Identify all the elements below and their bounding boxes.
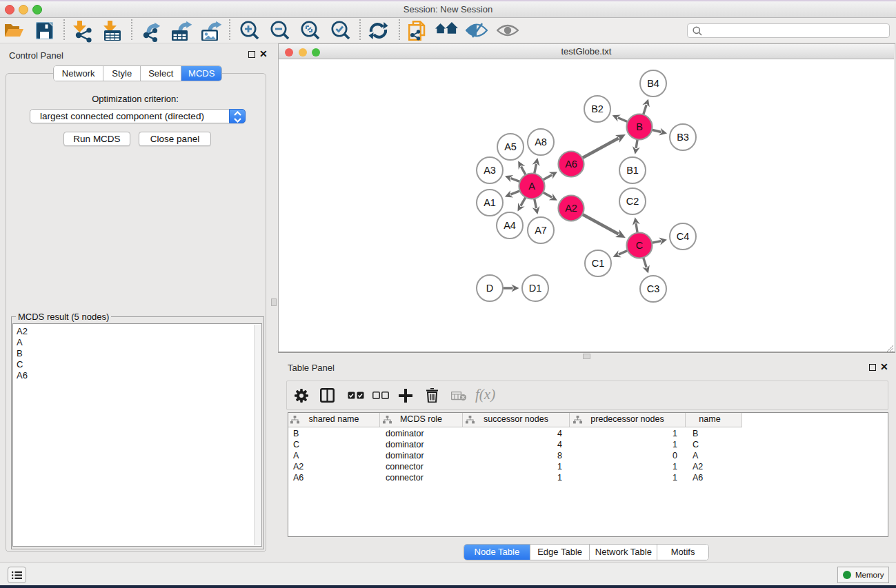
svg-text:B3: B3 bbox=[677, 132, 689, 143]
svg-text:A5: A5 bbox=[504, 141, 517, 152]
svg-text:C2: C2 bbox=[626, 196, 639, 207]
svg-text:A1: A1 bbox=[484, 197, 496, 208]
svg-text:A: A bbox=[528, 181, 535, 192]
svg-text:A3: A3 bbox=[484, 165, 496, 176]
svg-text:C1: C1 bbox=[592, 258, 605, 269]
svg-text:D: D bbox=[486, 283, 493, 294]
svg-text:C4: C4 bbox=[677, 231, 690, 242]
svg-text:A4: A4 bbox=[504, 220, 516, 231]
svg-text:C3: C3 bbox=[647, 283, 660, 294]
svg-text:B4: B4 bbox=[647, 78, 659, 89]
svg-text:A8: A8 bbox=[535, 136, 547, 148]
svg-text:B2: B2 bbox=[591, 103, 604, 114]
svg-text:B: B bbox=[636, 121, 643, 132]
svg-text:A7: A7 bbox=[535, 225, 547, 236]
svg-text:A2: A2 bbox=[565, 203, 577, 214]
svg-text:B1: B1 bbox=[626, 165, 639, 176]
svg-text:C: C bbox=[636, 240, 643, 251]
svg-text:D1: D1 bbox=[529, 283, 542, 294]
svg-text:A6: A6 bbox=[565, 159, 577, 170]
